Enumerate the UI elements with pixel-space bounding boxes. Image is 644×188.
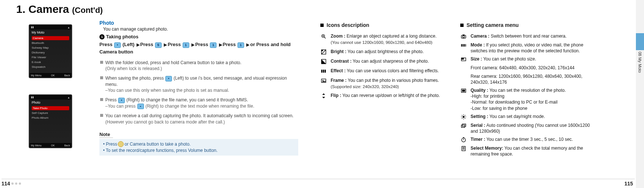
key-icon: • bbox=[165, 76, 172, 81]
setting-desc: You can use the timer 3 sec., 5 sec., 10… bbox=[486, 137, 573, 142]
bullet-sub: (However you cannot go back to camera mo… bbox=[105, 119, 293, 125]
icon-row: Flip : You can reverse up/down or left/r… bbox=[320, 93, 446, 99]
icons-title: Icons description bbox=[327, 22, 369, 28]
svg-rect-7 bbox=[321, 70, 322, 73]
title-main: 1. Camera bbox=[16, 3, 69, 15]
setting-label: Select Memory: bbox=[471, 146, 503, 151]
bullet-item: You can receive a call during capturing … bbox=[100, 113, 298, 125]
icon-desc: You can adjust brightness of the photo. bbox=[348, 49, 424, 54]
page-title: 1. Camera (Cont'd) bbox=[16, 3, 103, 15]
bullet-sub: (Only when lock is released.) bbox=[105, 66, 242, 72]
settings-heading: Setting camera menu bbox=[460, 22, 593, 28]
shot2-highlight: Take Photo bbox=[32, 106, 69, 110]
setting-row: Mode : If you select photo, video or vid… bbox=[460, 42, 593, 54]
list-item: Photo Album bbox=[32, 116, 69, 120]
setting-desc: You can set the photo size. bbox=[483, 56, 536, 62]
svg-rect-18 bbox=[465, 44, 466, 47]
key-icon: 5 bbox=[155, 42, 162, 48]
setting-desc: You can set day/night mode. bbox=[489, 114, 545, 119]
icon-label: Bright : bbox=[331, 49, 346, 54]
svg-rect-8 bbox=[323, 70, 324, 73]
phone-screenshot-1: ▮▮▲ My Moto Camera Bluetooth Subway Map … bbox=[29, 24, 72, 78]
settings-column: Setting camera menu Camera : Switch betw… bbox=[449, 0, 597, 188]
setting-label: Serial : bbox=[471, 123, 485, 128]
side-tab-label: 08 My Moto bbox=[638, 52, 642, 73]
svg-rect-5 bbox=[321, 50, 323, 51]
list-item: Bluetooth bbox=[32, 41, 69, 45]
list-item: Dictionary bbox=[32, 51, 69, 55]
page-number-right: 115 bbox=[624, 181, 633, 187]
instructions-column: Photo You can manage captured photo. 1 T… bbox=[85, 0, 306, 188]
zoom-icon bbox=[320, 33, 327, 40]
ok-key-icon bbox=[118, 141, 124, 147]
softkey: OK bbox=[51, 144, 55, 147]
bullet-icon bbox=[100, 98, 103, 101]
svg-rect-22 bbox=[462, 90, 465, 91]
bullet-text: When saving the photo, press • (Left) to… bbox=[105, 75, 298, 87]
svg-line-28 bbox=[462, 115, 462, 115]
icons-heading: Icons description bbox=[320, 22, 446, 28]
bullet-icon bbox=[100, 61, 103, 64]
svg-rect-32 bbox=[461, 125, 465, 128]
svg-rect-15 bbox=[461, 44, 462, 47]
step-heading: 1 Taking photos bbox=[99, 34, 298, 39]
icon-desc: You can put the photo in various photo f… bbox=[348, 78, 439, 83]
setting-line: -Normal: for downloading to PC or for E-… bbox=[471, 99, 593, 105]
icon-desc: You can reverse up/down or left/right of… bbox=[342, 93, 440, 98]
icon-row: Contrast : You can adjust sharpness of t… bbox=[320, 58, 446, 65]
icon-row: Frame : You can put the photo in various… bbox=[320, 77, 446, 90]
list-item: Stopwatch bbox=[32, 65, 69, 69]
svg-point-11 bbox=[323, 80, 324, 81]
icon-extra: (Supported size: 240x320, 320x240) bbox=[331, 84, 446, 90]
settings-title: Setting camera menu bbox=[467, 22, 519, 28]
setting-row: Quality : You can set the resolution of … bbox=[460, 87, 593, 111]
setting-line: -Low: for saving in the phone bbox=[471, 105, 593, 111]
setting-line: -High: for printing bbox=[471, 93, 593, 99]
icon-label: Contrast : bbox=[331, 59, 352, 64]
svg-point-34 bbox=[462, 138, 466, 142]
icon-label: Effect : bbox=[331, 68, 346, 73]
softkey: Back bbox=[64, 144, 70, 147]
bullet-sub: –You can use this only when saving the p… bbox=[105, 87, 298, 93]
bullet-item: When saving the photo, press • (Left) to… bbox=[100, 75, 298, 93]
setting-label: Timer : bbox=[471, 137, 485, 142]
icon-row: Bright : You can adjust brightness of th… bbox=[320, 49, 446, 55]
icon-label: Frame : bbox=[331, 78, 346, 83]
step-title: Taking photos bbox=[106, 34, 138, 39]
bullet-item: With the folder closed, press and hold C… bbox=[100, 60, 298, 72]
setting-row: Timer : You can use the timer 3 sec., 5 … bbox=[460, 136, 593, 143]
press-sequence: Press • (Left) ▶Press 5 ▶Press 1 ▶Press … bbox=[99, 41, 298, 55]
note-box: Note • Press or Camera button to take a … bbox=[99, 132, 298, 156]
step-number-icon: 1 bbox=[99, 34, 105, 39]
bullet-item: Press • (Right) to change the file name,… bbox=[100, 97, 298, 109]
setting-row: Camera : Switch between front and rear c… bbox=[460, 33, 593, 40]
softkey: My Menu bbox=[31, 74, 42, 77]
setting-row: Serial : Auto continued shooting (You ca… bbox=[460, 122, 593, 134]
footer-left: 114 bbox=[1, 179, 635, 187]
effect-icon bbox=[320, 68, 327, 74]
bullet-sub: –You can press • (Right) to change the t… bbox=[105, 103, 254, 109]
setting-label: Mode : bbox=[471, 42, 485, 48]
icon-row: Effect : You can use various colors and … bbox=[320, 68, 446, 74]
setting-desc: Switch between front and rear camera. bbox=[491, 34, 567, 39]
icon-row: Zoom : Enlarge an object captured at a l… bbox=[320, 33, 446, 46]
bullet-icon bbox=[100, 114, 103, 117]
note-body: • Press or Camera button to take a photo… bbox=[99, 139, 298, 156]
serial-icon bbox=[460, 122, 467, 129]
svg-rect-20 bbox=[461, 58, 464, 60]
list-item: E-book bbox=[32, 60, 69, 64]
icon-extra: (You cannot use 1200x1600, 960x1280, and… bbox=[331, 40, 446, 46]
setting-line: Rear camera: 1200x1600, 960x1280, 480x64… bbox=[471, 73, 593, 85]
key-icon: • bbox=[114, 42, 121, 48]
svg-line-29 bbox=[465, 118, 465, 118]
setting-label: Setting : bbox=[471, 114, 488, 119]
icon-desc: You can use various colors and filtering… bbox=[347, 68, 439, 73]
key-icon: • bbox=[137, 104, 144, 109]
key-icon: 1 bbox=[183, 42, 189, 48]
title-contd: (Cont'd) bbox=[72, 6, 103, 15]
bullet-text: Press • (Right) to change the file name,… bbox=[105, 97, 254, 103]
setting-row: Setting : You can set day/night mode. bbox=[460, 114, 593, 120]
list-item: Self Capture bbox=[32, 111, 69, 115]
contrast-icon bbox=[320, 58, 327, 65]
bullet-icon bbox=[100, 76, 103, 79]
